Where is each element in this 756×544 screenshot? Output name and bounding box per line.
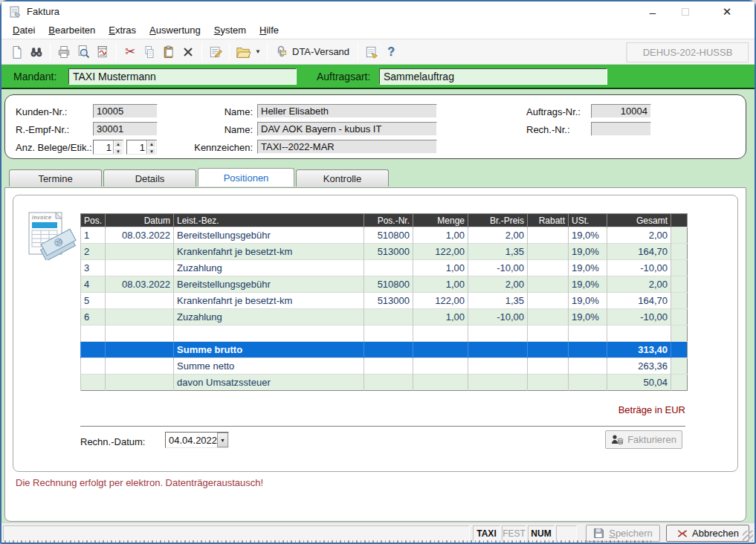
column-header-spacer: [671, 214, 688, 227]
cancel-x-icon: [676, 528, 688, 539]
summary-row[interactable]: Summe brutto313,40: [81, 342, 688, 358]
speichern-button[interactable]: Speichern: [586, 525, 660, 542]
toolbar: ✂ ▼ DTA-Versand ? DEHUS-202-HUSSB: [1, 39, 755, 65]
summary-row[interactable]: Summe netto263,36: [81, 358, 688, 375]
position-row[interactable]: 5Krankenfahrt je besetzt-km513000122,001…: [81, 293, 688, 309]
rechn-datum-combobox[interactable]: 04.04.2022 ▼: [165, 432, 229, 448]
position-row[interactable]: 408.03.2022Bereitstellungsgebühr5108001,…: [81, 276, 688, 293]
dta-paperclip-icon[interactable]: [271, 42, 291, 62]
position-row[interactable]: 3Zuzahlung1,00-10,0019,0%-10,00: [81, 260, 688, 276]
mandant-input[interactable]: [68, 68, 297, 85]
menu-item-system[interactable]: System: [207, 22, 253, 37]
position-row[interactable]: 6Zuzahlung1,00-10,0019,0%-10,00: [81, 309, 688, 326]
name1-input[interactable]: [257, 104, 437, 118]
column-header-Pos.: Pos.: [81, 214, 106, 227]
pdf-export-icon[interactable]: [93, 42, 112, 62]
menu-bar: DateiBearbeitenExtrasAuswertungSystemHil…: [1, 22, 755, 39]
position-row[interactable]: 108.03.2022Bereitstellungsgebühr5108001,…: [81, 227, 688, 244]
help-icon[interactable]: ?: [381, 42, 401, 62]
position-row[interactable]: [81, 326, 688, 342]
menu-item-auswertung[interactable]: Auswertung: [143, 22, 207, 37]
svg-text:Invoice: Invoice: [32, 215, 51, 220]
tab-kontrolle[interactable]: Kontrolle: [296, 169, 389, 187]
save-disk-icon: [593, 528, 604, 539]
invoice-icon: Invoice 20: [23, 211, 80, 260]
auftragsart-input[interactable]: [379, 68, 607, 85]
rechn-datum-value: 04.04.2022: [166, 433, 217, 447]
cancel-label: Abbrechen: [692, 528, 739, 539]
paste-icon[interactable]: [159, 42, 178, 62]
status-message-panel: [3, 525, 470, 541]
status-bar: TAXIFESTNUM Speichern Abbrechen: [1, 522, 755, 543]
window-title: Faktura: [27, 6, 59, 17]
app-icon: [9, 5, 22, 19]
kunden-nr-label: Kunden-Nr.:: [16, 106, 67, 117]
print-preview-icon[interactable]: [74, 42, 93, 62]
positions-table: Pos.DatumLeist.-Bez.Pos.-Nr.MengeBr.-Pre…: [80, 213, 688, 391]
title-bar: Faktura – ✕: [1, 1, 755, 22]
fakturieren-button[interactable]: Fakturieren: [605, 430, 682, 449]
export-form-icon[interactable]: [362, 42, 381, 62]
close-button[interactable]: ✕: [711, 1, 743, 22]
tab-details[interactable]: Details: [103, 169, 196, 187]
dta-notice: Die Rechnung erfolgt per elektron. Daten…: [16, 477, 263, 488]
abbrechen-button[interactable]: Abbrechen: [666, 525, 749, 542]
copy-icon[interactable]: [140, 42, 159, 62]
column-header-Leist.-Bez.: Leist.-Bez.: [174, 214, 364, 227]
tab-positionen[interactable]: Positionen: [198, 168, 294, 187]
save-label-accel: S: [609, 528, 616, 539]
column-header-Br.-Preis: Br.-Preis: [468, 214, 528, 227]
search-binoculars-icon[interactable]: [27, 42, 46, 62]
toolbar-separator: [50, 43, 51, 61]
etiketten-stepper[interactable]: 1 ▲▼: [126, 140, 157, 155]
menu-item-hilfe[interactable]: Hilfe: [253, 22, 285, 37]
belege-stepper[interactable]: 1 ▲▼: [93, 140, 123, 155]
tab-strip: TermineDetailsPositionenKontrolle: [9, 169, 390, 188]
status-cell-taxi: TAXI: [473, 525, 500, 541]
minimize-button[interactable]: –: [637, 1, 668, 22]
summary-row[interactable]: davon Umsatzssteuer50,04: [81, 375, 688, 391]
new-document-icon[interactable]: [7, 42, 27, 62]
mandant-label: Mandant:: [13, 71, 56, 82]
chevron-down-icon[interactable]: ▼: [217, 433, 228, 447]
kennzeichen-input[interactable]: [257, 140, 437, 154]
edit-note-icon[interactable]: [206, 42, 225, 62]
kennzeichen-label: Kennzeichen:: [184, 142, 253, 153]
menu-item-datei[interactable]: Datei: [6, 22, 42, 37]
toolbar-separator: [116, 43, 117, 61]
kunden-nr-input[interactable]: [93, 104, 158, 118]
name2-input[interactable]: [257, 122, 437, 136]
currency-note: Beträge in EUR: [80, 404, 685, 415]
cut-icon[interactable]: ✂: [120, 42, 140, 62]
footer-divider: [80, 426, 685, 427]
toolbar-separator: [358, 43, 358, 61]
rempf-nr-label: R.-Empf-Nr.:: [16, 124, 69, 135]
open-folder-icon[interactable]: [233, 42, 253, 62]
menu-item-extras[interactable]: Extras: [102, 22, 143, 37]
delete-icon[interactable]: [178, 42, 198, 62]
fakturieren-label: Fakturieren: [627, 434, 676, 445]
toolbar-separator: [267, 43, 268, 61]
dta-versand-label[interactable]: DTA-Versand: [292, 46, 349, 57]
etiketten-up-icon[interactable]: ▲: [147, 140, 156, 148]
maximize-button[interactable]: [670, 1, 701, 22]
status-cell-empty: [556, 525, 577, 541]
anz-belege-label: Anz. Belege/Etik.:: [16, 142, 92, 153]
folder-dropdown-icon[interactable]: ▼: [253, 42, 263, 62]
auftrags-nr-input[interactable]: [591, 104, 651, 118]
belege-down-icon[interactable]: ▼: [114, 148, 123, 155]
menu-item-bearbeiten[interactable]: Bearbeiten: [42, 22, 102, 37]
resize-grip[interactable]: [743, 531, 753, 541]
print-icon[interactable]: [54, 42, 74, 62]
positions-box: Invoice 20 Pos.DatumLeist.-Bez.Pos.-N: [13, 195, 738, 472]
clipped-text-strip: [4, 540, 651, 543]
rech-nr-input[interactable]: [591, 122, 651, 136]
rempf-nr-input[interactable]: [93, 122, 158, 136]
name1-label: Name:: [184, 106, 253, 117]
auftragsart-label: Auftragsart:: [317, 71, 370, 82]
tab-termine[interactable]: Termine: [9, 169, 102, 187]
position-row[interactable]: 2Krankenfahrt je besetzt-km513000122,001…: [81, 244, 688, 260]
station-id-box: DEHUS-202-HUSSB: [626, 42, 749, 62]
belege-up-icon[interactable]: ▲: [114, 140, 123, 148]
etiketten-down-icon[interactable]: ▼: [147, 148, 156, 155]
